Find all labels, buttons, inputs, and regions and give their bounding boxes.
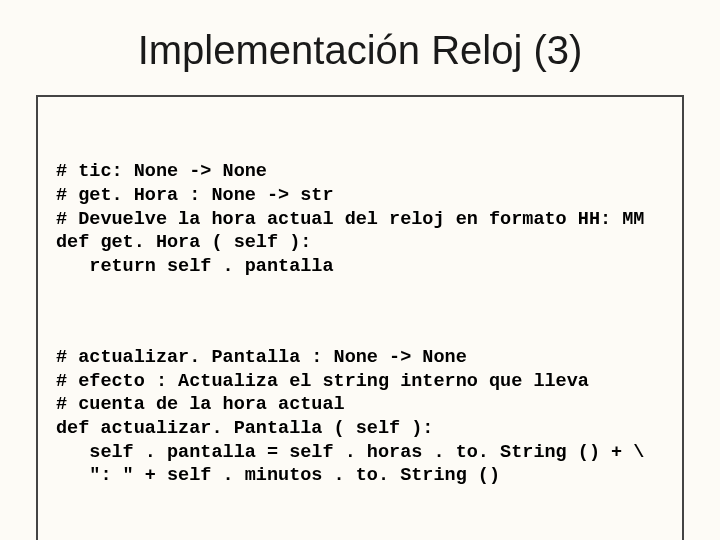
slide: Implementación Reloj (3) # tic: None -> … [0,0,720,540]
code-block-1: # tic: None -> None # get. Hora : None -… [56,160,664,278]
page-title: Implementación Reloj (3) [36,28,684,73]
code-box: # tic: None -> None # get. Hora : None -… [36,95,684,540]
code-block-2: # actualizar. Pantalla : None -> None # … [56,346,664,488]
